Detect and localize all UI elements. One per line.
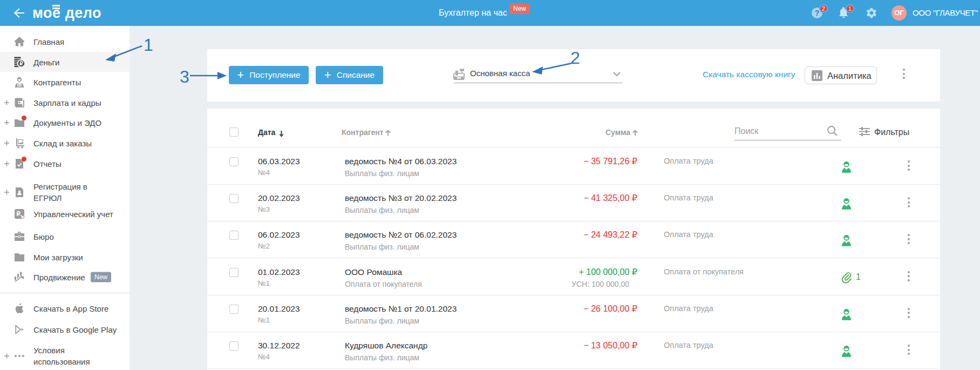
svg-text:₽: ₽ bbox=[19, 60, 23, 66]
svg-text:?: ? bbox=[815, 9, 820, 17]
svg-text:₽: ₽ bbox=[16, 210, 21, 218]
